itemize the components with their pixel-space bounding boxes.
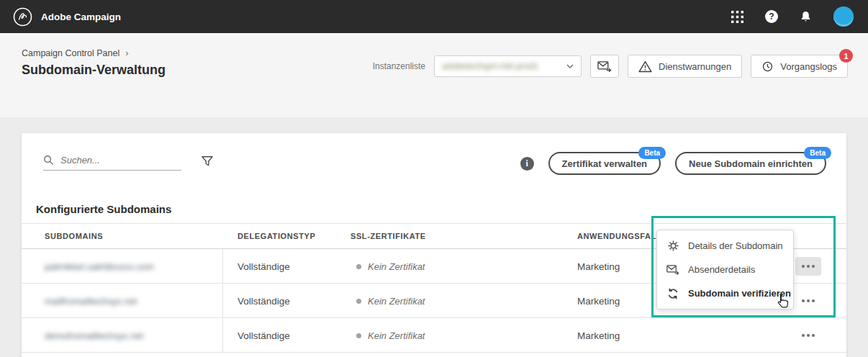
breadcrumb: Campaign Control Panel › (22, 48, 129, 58)
app-grid-icon[interactable] (731, 11, 743, 23)
delegation-type: Vollständige (223, 261, 336, 272)
menu-item-verify-subdomain[interactable]: Subdomain verifizieren (657, 281, 793, 305)
menu-item-sender-details[interactable]: Absenderdetails (657, 258, 793, 281)
history-clock-icon (761, 60, 774, 73)
ssl-status-dot (356, 333, 361, 338)
adobe-campaign-logo-icon (13, 7, 32, 27)
row-more-button[interactable] (795, 326, 821, 345)
breadcrumb-chevron-icon: › (125, 48, 128, 58)
search-input[interactable] (60, 155, 181, 166)
instance-select-value: adobetechsprt-mkt-prod1 (442, 61, 538, 71)
ssl-status-text: Kein Zertifikat (368, 330, 425, 341)
menu-item-subdomain-details[interactable]: Details der Subdomain (657, 234, 793, 258)
section-title: Konfigurierte Subdomains (36, 203, 171, 215)
delegation-type: Vollständige (223, 330, 336, 341)
job-logs-label: Vorgangslogs (780, 61, 837, 72)
header-controls: Instanzenliste adobetechsprt-mkt-prod1 (373, 55, 848, 78)
row-more-button[interactable] (795, 292, 821, 310)
ssl-status-dot (356, 299, 361, 304)
new-subdomain-label: Neue Subdomain einrichten (689, 158, 813, 169)
notification-count-badge: 1 (839, 49, 853, 63)
beta-badge: Beta (638, 147, 666, 159)
mail-send-icon (666, 264, 679, 275)
page-header: Campaign Control Panel › Subdomain-Verwa… (0, 33, 868, 117)
beta-badge: Beta (804, 147, 831, 159)
user-avatar[interactable] (833, 6, 854, 27)
card-toolbar: i Zertifikat verwalten Beta Neue Subdoma… (520, 152, 826, 175)
ssl-status-text: Kein Zertifikat (368, 296, 425, 307)
service-alerts-label: Dienstwarnungen (659, 61, 731, 72)
help-icon[interactable]: ? (765, 10, 778, 23)
search-field (43, 155, 181, 171)
notifications-bell-icon[interactable] (800, 10, 812, 23)
page-title: Subdomain-Verwaltung (22, 63, 166, 78)
breadcrumb-link[interactable]: Campaign Control Panel (22, 48, 119, 58)
instance-list-label: Instanzenliste (373, 61, 425, 71)
menu-item-label: Details der Subdomain (688, 240, 783, 251)
filter-icon[interactable] (202, 155, 213, 170)
menu-item-label: Subdomain verifizieren (688, 288, 791, 299)
col-ssl: SSL-ZERTIFIKATE (336, 232, 563, 240)
refresh-icon (666, 288, 679, 299)
col-delegation: DELEGATIONSTYP (223, 232, 336, 240)
subdomain-name-redacted: demofromailtechsys.net (45, 330, 143, 341)
mail-send-icon (597, 60, 612, 72)
subdomain-name-redacted: mailfromailtechsys.net (45, 296, 137, 307)
sender-mail-button[interactable] (590, 55, 619, 78)
job-logs-button[interactable]: Vorgangslogs 1 (751, 55, 848, 78)
warning-triangle-icon (638, 60, 652, 73)
ssl-status-dot (356, 264, 361, 269)
topbar-actions: ? (731, 6, 855, 27)
manage-certificate-button[interactable]: Zertifikat verwalten Beta (548, 152, 661, 175)
row-context-menu: Details der Subdomain Absenderdetails Su… (656, 230, 794, 309)
info-icon[interactable]: i (520, 157, 534, 171)
ssl-status-text: Kein Zertifikat (368, 261, 425, 272)
chevron-down-icon (566, 64, 574, 68)
menu-item-label: Absenderdetails (688, 264, 755, 275)
use-case: Marketing (563, 330, 770, 341)
table-row: demofromailtechsys.net Vollständige Kein… (22, 318, 846, 353)
gear-icon (666, 240, 679, 252)
search-icon (43, 155, 54, 166)
instance-select[interactable]: adobetechsprt-mkt-prod1 (434, 55, 582, 77)
manage-certificate-label: Zertifikat verwalten (562, 158, 648, 169)
col-subdomains: SUBDOMAINS (22, 232, 223, 240)
topbar: Adobe Campaign ? (0, 0, 868, 33)
subdomain-name-redacted: patmikkel.sakhibosco.com (45, 261, 154, 272)
row-more-button[interactable] (795, 257, 821, 276)
app-title: Adobe Campaign (41, 12, 121, 22)
new-subdomain-button[interactable]: Neue Subdomain einrichten Beta (675, 152, 826, 175)
delegation-type: Vollständige (223, 296, 336, 307)
service-alerts-button[interactable]: Dienstwarnungen (628, 55, 742, 78)
brand: Adobe Campaign (13, 7, 121, 27)
